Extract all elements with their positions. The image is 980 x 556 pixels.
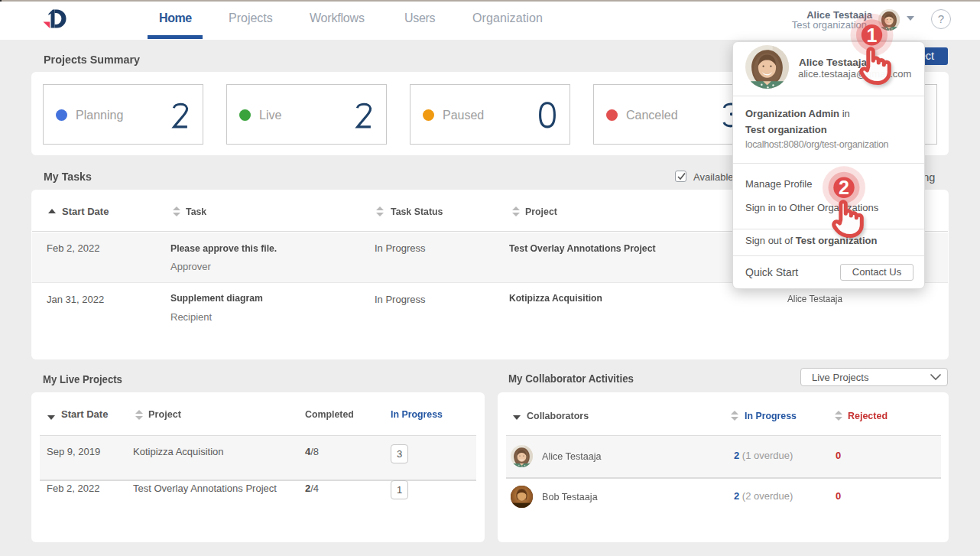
svg-text:2: 2 bbox=[839, 177, 849, 198]
svg-text:1: 1 bbox=[867, 24, 878, 46]
